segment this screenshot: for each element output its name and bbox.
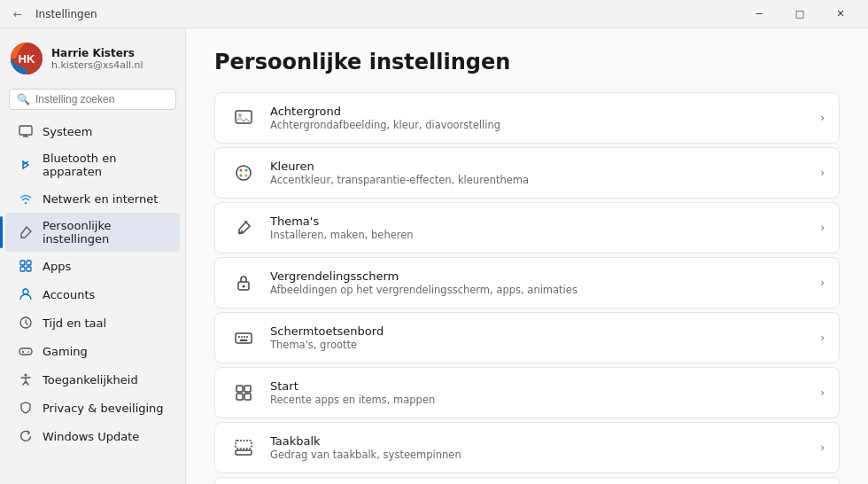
settings-item-title: Taakbalk (270, 434, 808, 448)
svg-rect-9 (27, 267, 31, 271)
settings-item-lettertypen[interactable]: Aa Lettertypen Installeren, beheren › (214, 477, 840, 484)
sidebar-item-privacy[interactable]: Privacy & beveiliging (5, 394, 180, 422)
svg-point-22 (240, 175, 243, 177)
chevron-right-icon: › (820, 386, 825, 399)
settings-item-text: Taakbalk Gedrag van taakbalk, systeempin… (270, 434, 808, 461)
svg-rect-36 (244, 394, 251, 400)
back-button[interactable]: ← (7, 4, 28, 25)
minimize-button[interactable]: ─ (739, 0, 779, 28)
svg-rect-38 (236, 441, 252, 449)
user-info: Harrie Kisters h.kisters@xs4all.nl (51, 47, 143, 71)
svg-point-10 (23, 289, 28, 294)
settings-item-achtergrond[interactable]: Achtergrond Achtergrondafbeelding, kleur… (214, 92, 840, 144)
search-icon: 🔍 (17, 93, 30, 105)
svg-point-23 (245, 175, 248, 177)
user-profile: HK Harrie Kisters h.kisters@xs4all.nl (0, 35, 185, 85)
sidebar-item-netwerk[interactable]: Netwerk en internet (5, 184, 180, 213)
sidebar-item-accounts[interactable]: Accounts (5, 280, 180, 308)
sidebar-item-toegankelijkheid[interactable]: Toegankelijkheid (5, 365, 180, 394)
svg-point-19 (236, 166, 251, 180)
svg-rect-37 (236, 450, 252, 455)
settings-item-desc: Thema's, grootte (270, 339, 808, 351)
image-icon (229, 104, 258, 132)
settings-item-text: Achtergrond Achtergrondafbeelding, kleur… (270, 105, 808, 131)
chevron-right-icon: › (820, 277, 825, 289)
search-input[interactable] (35, 93, 168, 105)
accessibility-icon (18, 371, 34, 387)
svg-rect-33 (236, 386, 243, 392)
svg-text:HK: HK (19, 52, 35, 66)
maximize-button[interactable]: □ (779, 0, 820, 28)
chevron-right-icon: › (820, 332, 825, 344)
settings-item-text: Thema's Installeren, maken, beheren (270, 215, 808, 241)
settings-list: Achtergrond Achtergrondafbeelding, kleur… (214, 92, 840, 484)
sidebar-item-tijd[interactable]: Tijd en taal (5, 308, 180, 337)
sidebar-item-label: Bluetooth en apparaten (43, 152, 167, 178)
settings-item-text: Vergrendelingsscherm Afbeeldingen op het… (270, 269, 808, 296)
app-container: HK Harrie Kisters h.kisters@xs4all.nl 🔍 … (0, 28, 868, 484)
settings-item-title: Vergrendelingsscherm (270, 269, 808, 283)
settings-item-desc: Installeren, maken, beheren (270, 229, 808, 241)
sidebar-item-label: Systeem (43, 125, 92, 138)
avatar: HK (11, 43, 43, 74)
svg-rect-34 (244, 386, 251, 392)
titlebar: ← Instellingen ─ □ ✕ (0, 0, 868, 28)
user-name: Harrie Kisters (51, 47, 143, 59)
settings-item-text: Start Recente apps en items, mappen (270, 379, 808, 406)
sidebar-item-label: Gaming (43, 345, 88, 358)
brush-small-icon (229, 214, 258, 242)
svg-rect-12 (19, 348, 32, 355)
svg-point-26 (243, 285, 245, 288)
svg-rect-7 (27, 261, 31, 265)
sidebar-item-label: Netwerk en internet (43, 192, 158, 206)
settings-item-kleuren[interactable]: Kleuren Accentkleur, transparantie-effec… (214, 147, 840, 199)
window-controls: ─ □ ✕ (739, 0, 861, 28)
chevron-right-icon: › (820, 112, 825, 124)
sidebar-item-persoonlijk[interactable]: Persoonlijke instellingen (5, 213, 180, 252)
sidebar-item-label: Privacy & beveiliging (43, 402, 164, 415)
settings-item-text: Kleuren Accentkleur, transparantie-effec… (270, 160, 808, 186)
svg-point-16 (25, 374, 27, 377)
chevron-right-icon: › (820, 167, 825, 179)
settings-item-schermtoetsenbord[interactable]: Schermtoetsenbord Thema's, grootte › (214, 312, 840, 363)
settings-item-start[interactable]: Start Recente apps en items, mappen › (214, 367, 840, 418)
settings-item-vergrendeling[interactable]: Vergrendelingsscherm Afbeeldingen op het… (214, 257, 840, 308)
chevron-right-icon: › (820, 222, 825, 234)
sidebar-item-label: Apps (43, 260, 71, 273)
sidebar-item-gaming[interactable]: Gaming (5, 337, 180, 365)
settings-item-title: Schermtoetsenbord (270, 324, 808, 338)
user-email: h.kisters@xs4all.nl (51, 59, 143, 71)
sidebar-item-label: Windows Update (43, 430, 139, 443)
settings-item-desc: Gedrag van taakbalk, systeempinnen (270, 449, 808, 461)
settings-item-title: Start (270, 379, 808, 393)
monitor-icon (18, 123, 34, 139)
palette-icon (229, 159, 258, 187)
close-button[interactable]: ✕ (820, 0, 861, 28)
settings-item-desc: Afbeeldingen op het vergrendelingsscherm… (270, 284, 808, 296)
search-box[interactable]: 🔍 (9, 89, 176, 110)
grid-icon (18, 258, 34, 274)
settings-item-desc: Achtergrondafbeelding, kleur, diavoorste… (270, 119, 808, 131)
person-icon (18, 286, 34, 302)
lock-icon (229, 269, 258, 297)
sidebar-item-bluetooth[interactable]: Bluetooth en apparaten (5, 145, 180, 184)
gamepad-icon (18, 343, 34, 359)
main-content: Persoonlijke instellingen Achtergrond Ac… (186, 28, 868, 484)
sidebar-item-label: Accounts (43, 288, 95, 301)
refresh-icon (18, 428, 34, 444)
wifi-icon (18, 191, 34, 207)
svg-rect-8 (20, 267, 25, 271)
sidebar-item-update[interactable]: Windows Update (5, 422, 180, 450)
nav-menu: Systeem Bluetooth en apparaten Netwerk e… (0, 117, 185, 450)
svg-point-15 (27, 351, 29, 353)
sidebar-item-systeem[interactable]: Systeem (5, 117, 180, 145)
settings-item-title: Achtergrond (270, 105, 808, 118)
svg-point-21 (245, 169, 248, 172)
sidebar-item-label: Persoonlijke instellingen (43, 219, 167, 246)
svg-point-5 (25, 202, 27, 204)
brush-icon (18, 224, 34, 240)
sidebar-item-apps[interactable]: Apps (5, 252, 180, 280)
start-icon (229, 379, 258, 407)
settings-item-taakbalk[interactable]: Taakbalk Gedrag van taakbalk, systeempin… (214, 422, 840, 473)
settings-item-themas[interactable]: Thema's Installeren, maken, beheren › (214, 202, 840, 254)
